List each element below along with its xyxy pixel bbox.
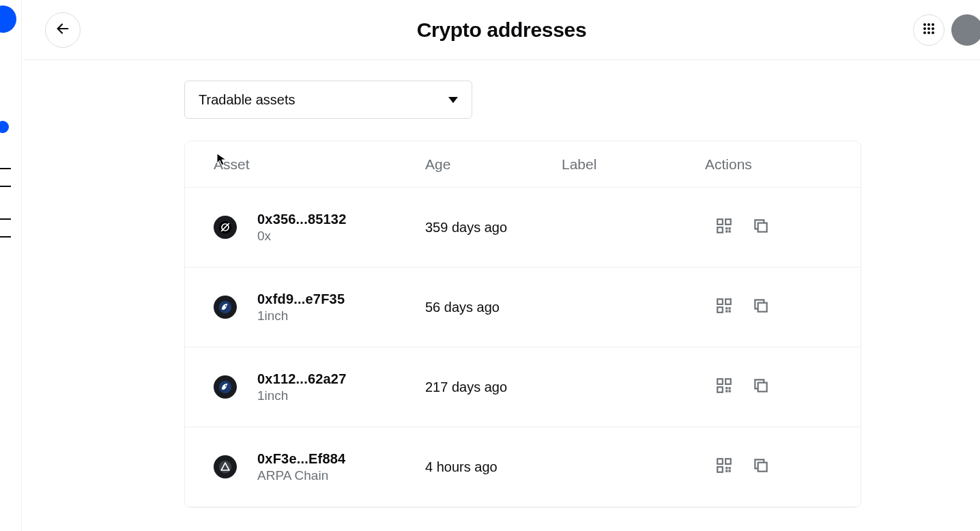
age-cell: 4 hours ago [425, 459, 562, 475]
asset-icon [214, 375, 237, 399]
address-text: 0x356...85132 [257, 212, 347, 227]
svg-rect-38 [729, 387, 731, 389]
table-row[interactable]: 0x112...62a271inch217 days ago [185, 347, 861, 427]
svg-rect-35 [717, 387, 723, 392]
asset-name: 1inch [257, 388, 347, 403]
svg-rect-48 [725, 470, 727, 472]
svg-point-32 [225, 385, 227, 386]
asset-name: 1inch [257, 308, 345, 324]
svg-rect-27 [729, 311, 731, 313]
actions-cell [705, 218, 861, 237]
asset-icon [214, 296, 237, 319]
page-title: Crypto addresses [23, 18, 980, 42]
col-label: Label [562, 156, 705, 173]
asset-cell: 0x356...851320x [214, 212, 425, 244]
qr-button[interactable] [715, 298, 734, 317]
copy-button[interactable] [751, 298, 770, 317]
svg-rect-19 [725, 231, 727, 233]
svg-rect-26 [725, 307, 727, 309]
actions-cell [705, 457, 861, 476]
asset-icon [214, 216, 237, 239]
table-row[interactable]: 0xF3e...Ef884ARPA Chain4 hours ago [185, 427, 861, 507]
asset-cell: 0x112...62a271inch [214, 371, 425, 403]
logo[interactable] [0, 5, 16, 33]
address-text: 0xF3e...Ef884 [257, 451, 345, 467]
svg-rect-39 [725, 390, 727, 392]
addresses-table: Asset Age Label Actions 0x356...851320x3… [184, 141, 861, 508]
svg-point-4 [923, 27, 926, 30]
svg-rect-40 [758, 383, 767, 392]
svg-point-5 [927, 27, 930, 30]
qr-code-icon [715, 377, 733, 397]
asset-name: 0x [257, 229, 347, 244]
asset-filter-dropdown[interactable]: Tradable assets [184, 81, 472, 119]
svg-point-2 [927, 23, 930, 26]
svg-rect-30 [758, 303, 767, 312]
svg-rect-20 [758, 223, 767, 232]
svg-rect-16 [725, 227, 727, 229]
qr-button[interactable] [715, 457, 734, 476]
svg-point-6 [932, 27, 934, 30]
qr-code-icon [715, 297, 733, 317]
copy-icon [752, 217, 770, 238]
svg-rect-23 [717, 299, 723, 304]
svg-rect-29 [725, 311, 727, 313]
avatar[interactable] [951, 14, 980, 46]
svg-rect-25 [717, 307, 723, 313]
age-cell: 359 days ago [425, 220, 562, 235]
copy-button[interactable] [751, 377, 770, 397]
svg-rect-37 [729, 390, 731, 392]
age-cell: 217 days ago [425, 379, 562, 395]
apps-grid-icon [923, 23, 935, 38]
nav-dot[interactable] [0, 113, 16, 141]
svg-point-9 [932, 31, 934, 34]
asset-cell: 0xF3e...Ef884ARPA Chain [214, 451, 425, 483]
svg-rect-28 [729, 307, 731, 309]
age-cell: 56 days ago [425, 300, 562, 315]
svg-rect-46 [729, 470, 731, 472]
copy-button[interactable] [751, 218, 770, 237]
left-rail [0, 0, 22, 531]
svg-rect-33 [717, 379, 723, 384]
address-text: 0x112...62a27 [257, 371, 347, 387]
svg-point-8 [927, 31, 930, 34]
svg-rect-49 [758, 463, 767, 472]
main-content: Tradable assets Asset Age Label Actions … [23, 60, 980, 531]
svg-rect-24 [725, 299, 731, 304]
svg-rect-15 [717, 227, 723, 233]
asset-icon [214, 455, 237, 478]
svg-rect-36 [725, 387, 727, 389]
svg-rect-18 [729, 227, 731, 229]
address-text: 0xfd9...e7F35 [257, 291, 345, 307]
svg-rect-42 [717, 459, 723, 464]
qr-button[interactable] [715, 218, 734, 237]
svg-rect-45 [725, 467, 727, 469]
nav-outline-1[interactable] [0, 164, 16, 191]
actions-cell [705, 298, 861, 317]
asset-filter-label: Tradable assets [199, 92, 296, 108]
apps-button[interactable] [913, 14, 945, 46]
svg-rect-13 [717, 219, 723, 225]
table-row[interactable]: 0xfd9...e7F351inch56 days ago [185, 268, 861, 347]
table-header-row: Asset Age Label Actions [185, 141, 861, 188]
svg-rect-17 [729, 231, 731, 233]
chevron-down-icon [448, 97, 458, 103]
actions-cell [705, 377, 861, 397]
svg-point-7 [923, 31, 926, 34]
svg-rect-47 [729, 467, 731, 469]
table-row[interactable]: 0x356...851320x359 days ago [185, 188, 861, 268]
svg-point-1 [923, 23, 926, 26]
svg-rect-43 [725, 459, 731, 464]
svg-rect-14 [725, 219, 731, 225]
arrow-left-icon [55, 21, 70, 39]
col-age: Age [425, 156, 562, 173]
svg-rect-44 [717, 467, 723, 472]
qr-code-icon [715, 217, 733, 238]
svg-point-3 [932, 23, 934, 26]
col-actions: Actions [705, 156, 861, 173]
copy-button[interactable] [751, 457, 770, 476]
qr-button[interactable] [715, 377, 734, 397]
page-header: Crypto addresses [23, 0, 980, 60]
nav-outline-2[interactable] [0, 214, 16, 242]
back-button[interactable] [45, 12, 81, 48]
